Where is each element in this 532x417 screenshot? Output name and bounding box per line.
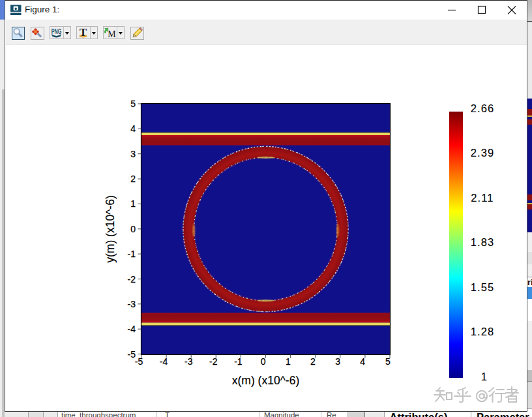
svg-text:2.39: 2.39	[471, 147, 495, 159]
svg-text:-2: -2	[209, 356, 218, 367]
svg-text:2: 2	[310, 356, 316, 367]
svg-text:1: 1	[481, 371, 488, 382]
svg-text:-1: -1	[234, 356, 243, 367]
svg-text:4: 4	[360, 356, 365, 367]
svg-text:-3: -3	[128, 299, 136, 309]
svg-text:2: 2	[130, 174, 136, 184]
svg-text:5: 5	[130, 99, 136, 109]
svg-text:3: 3	[130, 149, 136, 159]
svg-text:5: 5	[385, 356, 391, 367]
svg-text:1.55: 1.55	[471, 281, 495, 293]
svg-text:4: 4	[130, 123, 136, 134]
svg-text:-4: -4	[128, 324, 136, 334]
svg-text:0: 0	[261, 356, 266, 367]
svg-text:1.83: 1.83	[471, 236, 495, 248]
svg-text:0: 0	[130, 224, 136, 234]
svg-text:1.28: 1.28	[471, 326, 495, 337]
svg-text:x(m) (x10^-6): x(m) (x10^-6)	[232, 374, 300, 387]
svg-text:-2: -2	[128, 274, 136, 285]
svg-text:2.66: 2.66	[471, 102, 495, 114]
svg-text:3: 3	[335, 356, 340, 367]
svg-text:y(m) (x10^-6): y(m) (x10^-6)	[104, 195, 117, 263]
svg-text:1: 1	[130, 198, 136, 209]
svg-text:-4: -4	[160, 356, 168, 367]
svg-text:-1: -1	[128, 249, 136, 259]
svg-text:-3: -3	[185, 356, 193, 367]
svg-text:-5: -5	[135, 356, 143, 367]
svg-text:1: 1	[286, 356, 291, 367]
svg-text:2.11: 2.11	[471, 192, 494, 204]
